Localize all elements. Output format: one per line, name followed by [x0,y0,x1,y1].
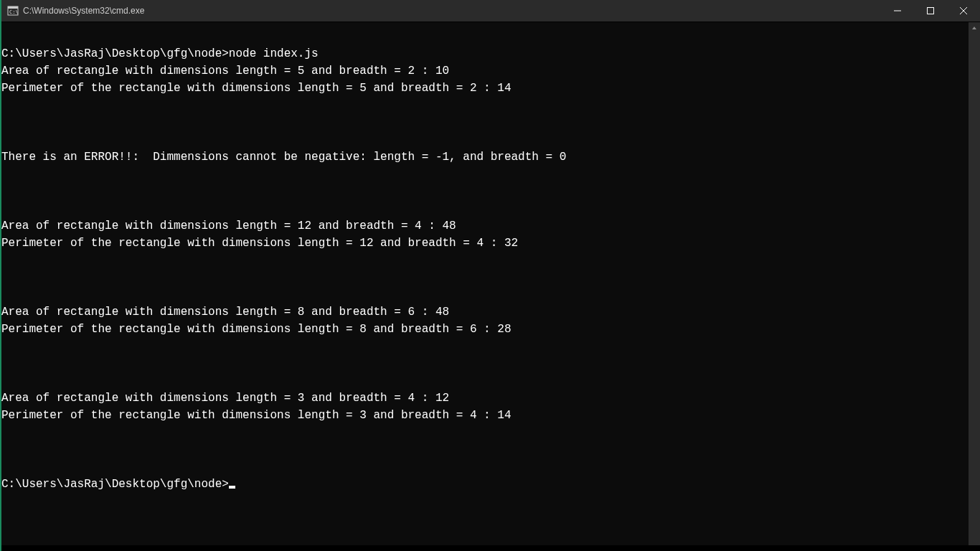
terminal-line [1,131,969,149]
terminal-line [1,458,969,476]
terminal-line [1,424,969,441]
terminal-content-wrapper: C:\Users\JasRaj\Desktop\gfg\node>node in… [1,22,980,545]
terminal-line: There is an ERROR!!: Dimmensions cannot … [1,149,969,166]
terminal-line: Area of rectangle with dimensions length… [1,390,969,407]
svg-rect-1 [8,6,18,9]
terminal-line [1,355,969,372]
terminal-prompt-line[interactable]: C:\Users\JasRaj\Desktop\gfg\node> [1,476,969,493]
terminal-line: Area of rectangle with dimensions length… [1,62,969,80]
terminal-line: Perimeter of the rectangle with dimensio… [1,321,969,338]
svg-text:C:\: C:\ [9,9,19,15]
maximize-button[interactable] [914,0,947,22]
terminal-line [1,97,969,114]
terminal-line: Perimeter of the rectangle with dimensio… [1,80,969,97]
terminal-line [1,372,969,390]
terminal-line: Perimeter of the rectangle with dimensio… [1,407,969,424]
terminal-line: Area of rectangle with dimensions length… [1,303,969,321]
terminal-line: C:\Users\JasRaj\Desktop\gfg\node>node in… [1,45,969,62]
close-button[interactable] [947,0,980,22]
terminal-line [1,338,969,355]
scrollbar[interactable] [969,22,980,545]
terminal-line [1,286,969,303]
titlebar[interactable]: C:\ C:\Windows\System32\cmd.exe [1,0,980,22]
terminal-line [1,114,969,131]
terminal-output[interactable]: C:\Users\JasRaj\Desktop\gfg\node>node in… [1,22,969,545]
svg-marker-7 [972,27,976,29]
terminal-line [1,28,969,45]
terminal-line [1,166,969,183]
terminal-line [1,269,969,286]
terminal-line [1,200,969,217]
scrollbar-up-arrow[interactable] [969,22,980,34]
window-controls [881,0,980,22]
terminal-line [1,183,969,200]
terminal-line: Area of rectangle with dimensions length… [1,217,969,235]
terminal-line: Perimeter of the rectangle with dimensio… [1,235,969,252]
cmd-icon: C:\ [7,5,19,17]
cmd-window: C:\ C:\Windows\System32\cmd.exe C:\Users… [0,0,980,551]
bottom-border [1,545,980,551]
terminal-prompt: C:\Users\JasRaj\Desktop\gfg\node> [1,478,229,491]
svg-rect-4 [928,8,934,14]
minimize-button[interactable] [881,0,914,22]
terminal-line [1,252,969,269]
terminal-line [1,441,969,458]
cursor [229,486,235,489]
window-title: C:\Windows\System32\cmd.exe [23,6,881,16]
